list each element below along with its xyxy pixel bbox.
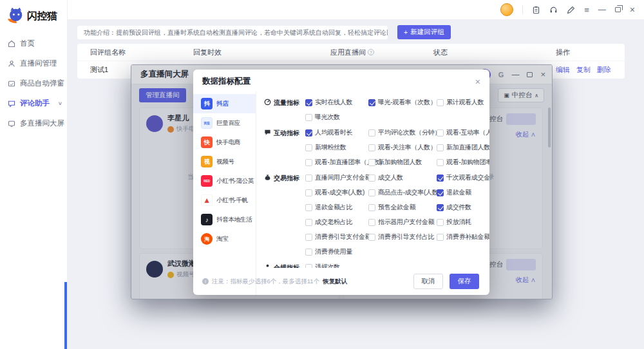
platform-item[interactable]: 抖 抖店 bbox=[193, 94, 256, 113]
clipboard-icon[interactable] bbox=[532, 6, 540, 14]
g-mode-icon[interactable]: G bbox=[498, 71, 504, 79]
restore-default-link[interactable]: 恢复默认 bbox=[323, 278, 347, 286]
checkbox-icon[interactable] bbox=[437, 159, 444, 166]
edit-note-icon[interactable] bbox=[567, 6, 575, 14]
checkbox-icon[interactable] bbox=[368, 189, 375, 196]
checkbox-icon[interactable] bbox=[368, 144, 375, 151]
metric-checkbox-item[interactable]: 观看-成交率(人数) bbox=[305, 188, 368, 197]
checkbox-icon[interactable] bbox=[437, 99, 444, 106]
checkbox-icon[interactable] bbox=[437, 219, 444, 226]
metric-checkbox-item[interactable]: 退款金额 bbox=[437, 188, 489, 197]
sidebar-scrollbar[interactable] bbox=[64, 282, 67, 349]
metric-checkbox-item[interactable]: 新加购物团人数 bbox=[368, 158, 437, 167]
checkbox-icon[interactable] bbox=[305, 189, 312, 196]
room-action-button-disabled[interactable] bbox=[506, 113, 536, 125]
checkbox-icon[interactable] bbox=[437, 234, 444, 241]
platform-item[interactable]: RED 小红书-蒲公英 bbox=[193, 171, 256, 191]
metric-checkbox-item[interactable]: 商品点击-成交率(人数) bbox=[368, 188, 437, 197]
metric-checkbox-item[interactable]: 新增粉丝数 bbox=[305, 143, 368, 152]
sidebar-item-product-popup[interactable]: 商品自动弹窗 bbox=[0, 73, 67, 93]
checkbox-icon[interactable] bbox=[305, 204, 312, 211]
sidebar-item-liveroom-management[interactable]: 直播间管理 bbox=[0, 53, 67, 73]
metric-checkbox-item[interactable]: 消费券引导支付占比 bbox=[368, 232, 437, 241]
copy-link[interactable]: 复制 bbox=[576, 65, 591, 75]
checkbox-icon[interactable] bbox=[437, 204, 444, 211]
checkbox-icon[interactable] bbox=[368, 129, 375, 137]
room-action-button-disabled[interactable] bbox=[506, 259, 536, 270]
metric-checkbox-item[interactable]: 累计观看人数 bbox=[437, 98, 484, 107]
metric-checkbox-item[interactable]: 成交老粉占比 bbox=[305, 218, 368, 227]
metric-checkbox-item[interactable]: 观看-关注率（人数） bbox=[368, 143, 437, 152]
metric-checkbox-item[interactable]: 千次观看成交金额 bbox=[437, 173, 489, 182]
checkbox-icon[interactable] bbox=[437, 129, 444, 137]
support-headset-icon[interactable] bbox=[549, 6, 558, 14]
metric-checkbox-item[interactable]: 违规次数 bbox=[305, 263, 368, 268]
platform-item[interactable]: ▲ 小红书-千帆 bbox=[193, 191, 256, 210]
metric-checkbox-item[interactable]: 成交人数 bbox=[368, 173, 437, 182]
checkbox-icon[interactable] bbox=[437, 189, 444, 196]
metric-checkbox-item[interactable]: 成交件数 bbox=[437, 203, 489, 212]
sidebar-item-comment-assistant[interactable]: 评论助手 ˅ bbox=[0, 93, 67, 113]
metric-checkbox-item[interactable]: 观看-加直播团率（人数） bbox=[305, 158, 368, 167]
chevron-down-icon[interactable]: ˅ bbox=[59, 100, 62, 107]
metric-checkbox-item[interactable]: 观看-互动率（人数） bbox=[437, 128, 489, 137]
modal-close-icon[interactable]: × bbox=[475, 77, 480, 86]
checkbox-icon[interactable] bbox=[368, 219, 375, 226]
checkbox-icon[interactable] bbox=[368, 234, 375, 241]
console-toggle-button[interactable]: ▣ 中控台 ∧ bbox=[498, 88, 544, 102]
checkbox-icon[interactable] bbox=[305, 99, 312, 106]
checkbox-icon[interactable] bbox=[305, 144, 312, 151]
sidebar-item-multi-liveroom-screen[interactable]: 多直播间大屏 bbox=[0, 113, 67, 133]
checkbox-icon[interactable] bbox=[305, 174, 312, 182]
close-window-icon[interactable]: × bbox=[630, 5, 635, 14]
checkbox-icon[interactable] bbox=[368, 204, 375, 211]
checkbox-icon[interactable] bbox=[305, 129, 312, 137]
save-button[interactable]: 保存 bbox=[450, 274, 479, 289]
metric-checkbox-item[interactable]: 消费券补贴金额 bbox=[437, 232, 489, 241]
new-reply-group-button[interactable]: + 新建回评组 bbox=[397, 25, 451, 39]
metric-checkbox-item[interactable]: 人均观看时长 bbox=[305, 128, 368, 137]
platform-item[interactable]: 快 快手电商 bbox=[193, 133, 256, 152]
checkbox-icon[interactable] bbox=[305, 159, 312, 166]
checkbox-icon[interactable] bbox=[305, 234, 312, 241]
metric-checkbox-item[interactable]: 投放消耗 bbox=[437, 218, 489, 227]
menu-icon[interactable]: ≡ bbox=[584, 6, 589, 14]
metric-checkbox-item[interactable]: 消费券引导支付金额 bbox=[305, 232, 368, 241]
checkbox-icon[interactable] bbox=[305, 114, 312, 121]
platform-item[interactable]: 百应 巨量百应 bbox=[193, 113, 256, 133]
platform-item[interactable]: ♪ 抖音本地生活 bbox=[193, 210, 256, 229]
checkbox-icon[interactable] bbox=[368, 174, 375, 182]
checkbox-icon[interactable] bbox=[437, 174, 444, 182]
inner-maximize-icon[interactable] bbox=[527, 72, 533, 77]
edit-link[interactable]: 编辑 bbox=[556, 65, 570, 75]
help-icon[interactable]: ? bbox=[368, 49, 374, 55]
restore-window-icon[interactable] bbox=[615, 7, 621, 12]
sidebar-item-home[interactable]: 首页 bbox=[0, 33, 67, 53]
checkbox-icon[interactable] bbox=[368, 99, 375, 106]
minimize-icon[interactable]: — bbox=[598, 6, 606, 14]
metric-checkbox-item[interactable]: 观看-加购物团率（人数） bbox=[437, 158, 489, 167]
user-avatar[interactable] bbox=[500, 3, 513, 16]
metric-checkbox-item[interactable]: 曝光-观看率（次数） bbox=[368, 98, 437, 107]
platform-item[interactable]: 淘 淘宝 bbox=[193, 229, 256, 249]
inner-minimize-icon[interactable]: — bbox=[511, 71, 519, 79]
platform-item[interactable]: 视 视频号 bbox=[193, 152, 256, 171]
checkbox-icon[interactable] bbox=[437, 144, 444, 151]
manage-liveroom-tab[interactable]: 管理直播间 bbox=[139, 88, 186, 102]
metric-checkbox-item[interactable]: 指示器用户支付金额 bbox=[368, 218, 437, 227]
metric-checkbox-item[interactable]: 平均评论次数（分钟） bbox=[368, 128, 437, 137]
metric-checkbox-item[interactable]: 直播间用户支付金额 bbox=[305, 173, 368, 182]
inner-scrollbar[interactable] bbox=[548, 108, 551, 147]
delete-link[interactable]: 删除 bbox=[597, 65, 611, 75]
metric-checkbox-item[interactable]: 消费券使用量 bbox=[305, 247, 368, 256]
metric-checkbox-item[interactable]: 曝光次数 bbox=[305, 113, 368, 122]
metric-checkbox-item[interactable]: 新加直播团人数 bbox=[437, 143, 489, 152]
metric-checkbox-item[interactable]: 退款金额占比 bbox=[305, 203, 368, 212]
metric-checkbox-item[interactable]: 预售全款金额 bbox=[368, 203, 437, 212]
inner-close-icon[interactable]: × bbox=[540, 70, 545, 79]
checkbox-icon[interactable] bbox=[305, 249, 312, 256]
cancel-button[interactable]: 取消 bbox=[413, 274, 443, 289]
checkbox-icon[interactable] bbox=[305, 219, 312, 226]
metric-checkbox-item[interactable]: 实时在线人数 bbox=[305, 98, 368, 107]
checkbox-icon[interactable] bbox=[368, 159, 375, 166]
